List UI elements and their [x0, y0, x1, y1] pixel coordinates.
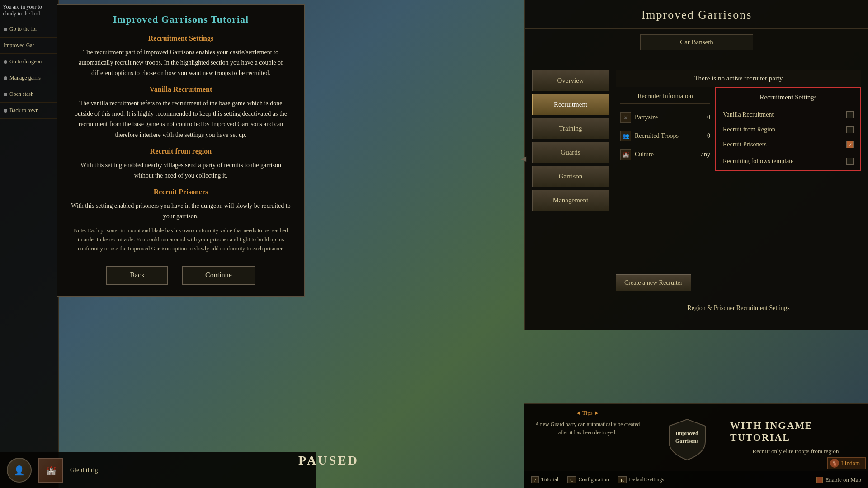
prisoners-checkbox[interactable]	[846, 141, 854, 148]
tips-text: A new Guard party can automatically be c…	[531, 420, 644, 465]
rs-title: Recruitment Settings	[723, 94, 854, 101]
partysize-value: 0	[707, 114, 710, 121]
enable-on-map-label: Enable on Map	[826, 476, 861, 483]
nav-garrison[interactable]: Garrison	[532, 166, 609, 187]
ingame-tutorial-title: WITH INGAME TUTORIAL	[730, 420, 861, 443]
enable-on-map-checkbox[interactable]	[816, 477, 823, 483]
continue-button[interactable]: Continue	[182, 266, 255, 285]
vanilla-label: Vanilla Recruitment	[723, 111, 774, 118]
recruiter-info-title: Recruiter Information	[620, 93, 710, 104]
sidebar-dot	[4, 76, 7, 80]
tutorial-modal-title: Improved Garrisons Tutorial	[71, 14, 291, 25]
lindom-label: Lindom	[841, 460, 860, 467]
partysize-icon: ⚔	[620, 112, 631, 123]
info-culture: 🏰 Culture any	[620, 145, 710, 164]
nav-recruitment[interactable]: Recruitment	[532, 94, 609, 115]
bottom-left-bar: 👤 🏰 Glenlithrig	[0, 452, 316, 488]
ig-logo-text: Improved Garrisons	[675, 430, 698, 445]
sidebar-item-label: Go to dungeon	[9, 58, 42, 65]
tips-header-text: ◄ Tips ►	[575, 409, 600, 417]
toolbar-tutorial[interactable]: ? Tutorial	[531, 476, 558, 483]
section-body-vanilla: The vanilla recruitment refers to the re…	[71, 98, 291, 140]
default-key: R	[618, 476, 627, 483]
vanilla-checkbox[interactable]	[846, 111, 854, 118]
sidebar-item-label: Back to town	[9, 107, 38, 114]
sidebar-item-label: Improved Gar	[4, 42, 34, 49]
settlement-portrait: 🏰	[38, 458, 63, 483]
recruiter-follows: Recruiting follows template	[723, 152, 854, 165]
recruit-elite-text: Recruit only elite troops from region	[753, 448, 839, 455]
settlement-icon: 🏰	[46, 465, 56, 475]
nav-training[interactable]: Training	[532, 118, 609, 139]
nav-overview[interactable]: Overview	[532, 70, 609, 91]
tutorial-label: Tutorial	[541, 476, 558, 483]
info-recruited-troops: 👥 Recruited Troops 0	[620, 127, 710, 145]
sidebar-item-dungeon[interactable]: Go to dungeon	[0, 54, 58, 70]
rs-region: Recruit from Region	[723, 122, 854, 137]
sidebar-item-lord[interactable]: Go to the lor	[0, 21, 58, 38]
scroll-arrow[interactable]: ◄	[519, 154, 528, 164]
sidebar-dot	[4, 28, 7, 31]
sidebar-intro-line1: You are in your to	[3, 4, 56, 10]
nav-buttons: Overview Recruitment Training Guards Gar…	[532, 70, 609, 211]
default-settings-label: Default Settings	[629, 476, 664, 483]
create-recruiter-button[interactable]: Create a new Recruiter	[616, 274, 691, 291]
right-panel: Improved Garrisons Car Banseth Overview …	[524, 0, 868, 330]
config-label: Configuration	[578, 476, 609, 483]
config-key: C	[567, 476, 576, 483]
recruited-value: 0	[707, 132, 710, 140]
recruiter-info-header: There is no active recruiter party	[616, 70, 861, 87]
nav-guards[interactable]: Guards	[532, 142, 609, 163]
info-partysize: ⚔ Partysize 0	[620, 108, 710, 127]
culture-value: any	[701, 151, 710, 158]
tips-header: ◄ Tips ►	[531, 409, 644, 417]
section-body-recruitment: The recruitment part of Improved Garriso…	[71, 47, 291, 78]
section-heading-vanilla: Vanilla Recruitment	[71, 85, 291, 94]
ig-logo-line1: Improved	[675, 430, 698, 437]
info-row: Recruiter Information ⚔ Partysize 0 👥 Re…	[616, 87, 861, 171]
partysize-label: Partysize	[635, 114, 658, 121]
toolbar-default-settings[interactable]: R Default Settings	[618, 476, 664, 483]
recruited-icon: 👥	[620, 131, 631, 141]
sidebar-item-back-to-town[interactable]: Back to town	[0, 103, 58, 119]
lindom-badge[interactable]: 🦌 Lindom	[827, 457, 866, 469]
paused-label: PAUSED	[298, 453, 359, 468]
sidebar: You are in your to obody in the lord Go …	[0, 0, 59, 488]
ig-logo-section: Improved Garrisons	[651, 404, 723, 471]
section-heading-recruitment: Recruitment Settings	[71, 34, 291, 42]
culture-label: Culture	[635, 151, 654, 158]
rs-prisoners: Recruit Prisoners	[723, 137, 854, 152]
region-checkbox[interactable]	[846, 126, 854, 133]
prisoners-label: Recruit Prisoners	[723, 141, 767, 148]
culture-icon: 🏰	[620, 149, 631, 160]
sidebar-item-label: Open stash	[9, 91, 33, 98]
section-body-prisoners: With this setting enabled prisoners you …	[71, 201, 291, 221]
toolbar-configuration[interactable]: C Configuration	[567, 476, 609, 483]
sidebar-item-open-stash[interactable]: Open stash	[0, 86, 58, 103]
sidebar-intro-line2: obody in the lord	[3, 10, 56, 17]
back-button[interactable]: Back	[106, 266, 168, 285]
settlement-name[interactable]: Car Banseth	[640, 34, 753, 50]
nav-management[interactable]: Management	[532, 190, 609, 211]
content-area: There is no active recruiter party Recru…	[616, 70, 861, 294]
bottom-toolbar: ? Tutorial C Configuration R Default Set…	[524, 471, 868, 488]
recruited-label: Recruited Troops	[635, 132, 679, 140]
enable-on-map-control[interactable]: Enable on Map	[816, 476, 861, 483]
ig-logo-line2: Garrisons	[675, 437, 698, 445]
sidebar-dot	[4, 109, 7, 113]
settlement-bottom-name: Glenlithrig	[70, 467, 98, 474]
sidebar-dot	[4, 60, 7, 64]
region-prisoner-row: Region & Prisoner Recruitment Settings	[616, 300, 861, 312]
follows-template-label: Recruiting follows template	[723, 158, 793, 165]
tutorial-buttons: Back Continue	[71, 266, 291, 285]
sidebar-dot	[4, 93, 7, 96]
tutorial-key: ?	[531, 476, 539, 483]
sidebar-item-improved-gar[interactable]: Improved Gar	[0, 38, 58, 54]
sidebar-item-manage-garris[interactable]: Manage garris	[0, 70, 58, 86]
sidebar-item-label: Go to the lor	[9, 26, 37, 33]
follows-template-checkbox[interactable]	[846, 158, 854, 165]
lindom-icon: 🦌	[830, 459, 839, 468]
tips-section: ◄ Tips ► A new Guard party can automatic…	[524, 404, 651, 471]
rs-vanilla: Vanilla Recruitment	[723, 108, 854, 122]
section-heading-prisoners: Recruit Prisoners	[71, 188, 291, 196]
